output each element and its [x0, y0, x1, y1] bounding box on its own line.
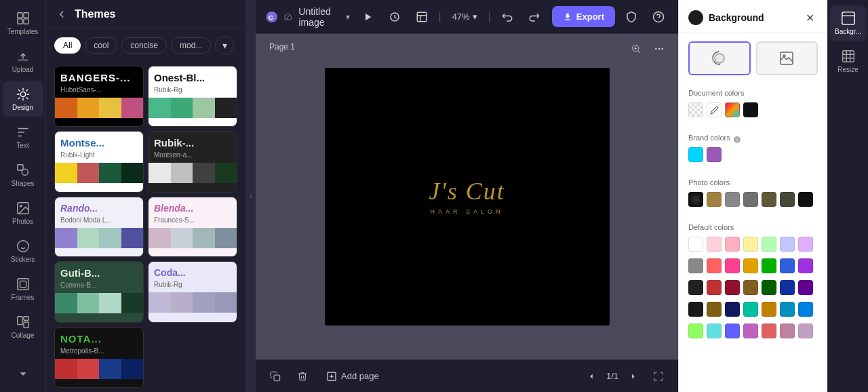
def-color[interactable] [743, 302, 758, 317]
sidebar-item-templates[interactable]: Templates [3, 5, 43, 41]
def-color[interactable] [707, 280, 722, 295]
def-color[interactable] [798, 302, 813, 317]
def-color[interactable] [688, 302, 703, 317]
photo-color-2[interactable] [707, 192, 722, 207]
photo-color-6[interactable] [780, 192, 795, 207]
def-color[interactable] [798, 280, 813, 295]
def-color[interactable] [780, 280, 795, 295]
add-page-button[interactable]: Add page [319, 368, 386, 385]
def-color[interactable] [707, 302, 722, 317]
color-gradient[interactable] [725, 102, 740, 117]
sidebar-item-upload[interactable]: Upload [3, 43, 43, 79]
doc-chevron-icon[interactable]: ▾ [346, 12, 350, 22]
theme-card-montse[interactable]: Montse... Rubik-Light [54, 131, 144, 192]
duplicate-page-btn[interactable] [265, 366, 285, 387]
photo-color-4[interactable] [743, 192, 758, 207]
brand-color-purple[interactable] [707, 147, 722, 162]
shield-btn[interactable] [620, 6, 642, 28]
def-color[interactable] [743, 258, 758, 273]
theme-card-coda[interactable]: Coda... Rubik-Rg [148, 261, 237, 322]
sidebar-item-frames[interactable]: Frames [3, 271, 43, 307]
canvas-more-btn[interactable] [650, 39, 669, 58]
timer-btn[interactable] [384, 6, 406, 28]
photo-color-5[interactable] [762, 192, 776, 207]
theme-card-blenda[interactable]: Blenda... Fraunces-S... [148, 197, 237, 257]
def-color[interactable] [707, 324, 722, 338]
theme-card-random[interactable]: Rando... Bodoni Moda L... [54, 197, 144, 257]
canvas[interactable]: J's Cut HAAR SALON [325, 68, 610, 326]
back-icon[interactable] [56, 8, 68, 20]
bg-image-btn[interactable] [756, 41, 818, 75]
photo-color-1[interactable] [688, 192, 703, 207]
theme-card-nota[interactable]: NOTA... Metropolis-B... [54, 327, 144, 388]
def-color[interactable] [780, 237, 795, 252]
resize-icon [841, 49, 856, 64]
sidebar-item-shapes[interactable]: Shapes [3, 157, 43, 193]
layout-btn[interactable] [411, 6, 433, 28]
delete-page-btn[interactable] [292, 366, 313, 387]
filter-mod[interactable]: mod... [171, 37, 211, 54]
sidebar-item-design[interactable]: Design [3, 81, 43, 117]
def-color[interactable] [725, 302, 740, 317]
def-color[interactable] [707, 258, 722, 273]
help-btn[interactable] [648, 6, 669, 28]
canvas-zoom-btn[interactable] [627, 39, 646, 58]
def-color[interactable] [725, 324, 740, 338]
color-transparent[interactable] [688, 102, 703, 117]
filter-cool[interactable]: cool [85, 37, 117, 54]
def-color[interactable] [798, 258, 813, 273]
fullscreen-btn[interactable] [648, 366, 669, 387]
def-color[interactable] [688, 237, 703, 252]
panel-collapse-btn[interactable]: › [246, 0, 256, 392]
sidebar-item-collage[interactable]: Collage [3, 309, 43, 345]
def-color[interactable] [688, 258, 703, 273]
def-color[interactable] [762, 237, 776, 252]
prev-page-btn[interactable] [582, 367, 601, 386]
next-page-btn[interactable] [624, 367, 643, 386]
def-color[interactable] [707, 237, 722, 252]
bg-close-button[interactable]: ✕ [802, 9, 818, 26]
sidebar-item-more[interactable] [3, 361, 43, 387]
def-color[interactable] [725, 237, 740, 252]
cloud-icon [283, 10, 293, 24]
def-color[interactable] [762, 258, 776, 273]
zoom-control[interactable]: 47% ▾ [447, 9, 483, 24]
sidebar-item-photos[interactable]: Photos [3, 195, 43, 231]
def-color[interactable] [762, 324, 776, 338]
def-color[interactable] [780, 324, 795, 338]
theme-card-guti[interactable]: Guti-B... Comme-B... [54, 261, 144, 322]
def-color[interactable] [762, 302, 776, 317]
def-color[interactable] [743, 237, 758, 252]
sidebar-item-text[interactable]: Text [3, 119, 43, 155]
brand-color-cyan[interactable] [688, 147, 703, 162]
def-color[interactable] [762, 280, 776, 295]
filter-all[interactable]: All [54, 37, 81, 54]
play-btn[interactable] [357, 6, 378, 28]
sidebar-item-stickers[interactable]: Stickers [3, 233, 43, 269]
def-color[interactable] [798, 324, 813, 338]
def-color[interactable] [798, 237, 813, 252]
theme-card-bangers[interactable]: BANGERS-... HubotSans-... [54, 66, 144, 127]
def-color[interactable] [688, 280, 703, 295]
def-color[interactable] [743, 324, 758, 338]
def-color[interactable] [743, 280, 758, 295]
def-color[interactable] [780, 258, 795, 273]
undo-btn[interactable] [496, 6, 518, 28]
color-black[interactable] [743, 102, 758, 117]
right-panel-resize[interactable]: Resize [830, 43, 867, 79]
color-pencil[interactable] [707, 102, 722, 117]
def-color[interactable] [725, 258, 740, 273]
redo-btn[interactable] [524, 6, 545, 28]
filter-concise[interactable]: concise [121, 37, 167, 54]
bg-solid-btn[interactable] [688, 41, 751, 75]
photo-color-3[interactable] [725, 192, 740, 207]
def-color[interactable] [688, 324, 703, 338]
right-panel-background[interactable]: Backgr... [830, 5, 867, 41]
theme-card-onest[interactable]: Onest-Bl... Rubik-Rg [148, 66, 237, 127]
filter-more-btn[interactable]: ▾ [215, 36, 234, 55]
theme-card-rubik2[interactable]: Rubik-... Montserr-a... [148, 131, 237, 192]
def-color[interactable] [780, 302, 795, 317]
photo-color-7[interactable] [798, 192, 813, 207]
export-button[interactable]: Export [552, 6, 615, 27]
def-color[interactable] [725, 280, 740, 295]
